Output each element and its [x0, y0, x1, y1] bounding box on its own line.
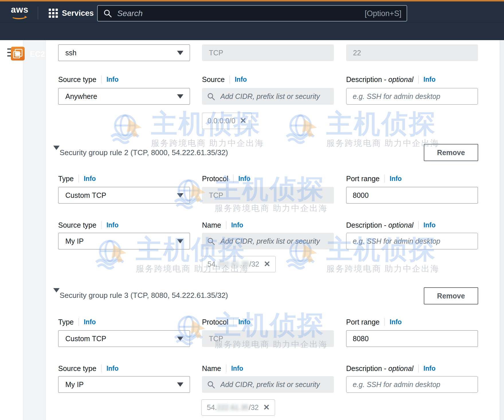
rule3-port-input[interactable] — [346, 330, 478, 347]
info-link[interactable]: Info — [84, 318, 96, 326]
info-link[interactable]: Info — [390, 318, 402, 326]
rule3-title: Security group rule 3 (TCP, 8080, 54.222… — [60, 291, 228, 300]
type-label: Type — [58, 175, 74, 183]
rule2-title: Security group rule 2 (TCP, 8000, 54.222… — [60, 148, 228, 157]
chevron-down-icon — [177, 382, 183, 387]
chevron-down-icon — [177, 239, 183, 243]
rule3-source-cidr-input[interactable] — [202, 376, 334, 393]
chevron-down-icon — [177, 51, 183, 55]
rule3-source-type-select[interactable]: My IP — [58, 376, 190, 393]
info-link[interactable]: Info — [106, 76, 118, 83]
info-link[interactable]: Info — [231, 365, 243, 372]
description-label: Description - optional — [346, 364, 413, 373]
info-link[interactable]: Info — [235, 76, 247, 83]
rule2-port-input[interactable] — [346, 187, 478, 204]
description-label: Description - optional — [346, 221, 413, 229]
info-link[interactable]: Info — [106, 221, 118, 229]
rule1-protocol-field: TCP — [202, 44, 334, 61]
close-icon[interactable]: ✕ — [240, 117, 246, 125]
rule1-type-value: ssh — [65, 49, 77, 57]
rule1-port-field: 22 — [346, 44, 478, 61]
rule2-remove-button[interactable]: Remove — [424, 144, 478, 161]
watermark-tagline: 服务跨境电商 助力中企出海 — [151, 138, 264, 149]
rule1-cidr-chip: 0.0.0.0/0 ✕ — [202, 113, 252, 129]
services-grid-icon[interactable] — [49, 9, 58, 18]
rule3-collapse-caret[interactable] — [53, 288, 60, 292]
info-link[interactable]: Info — [84, 175, 96, 183]
info-link[interactable]: Info — [238, 318, 250, 326]
name-label: Name — [202, 364, 221, 373]
services-menu[interactable]: Services — [62, 9, 94, 18]
chevron-down-icon — [177, 337, 183, 341]
rule3-remove-button[interactable]: Remove — [424, 287, 478, 304]
name-label: Name — [202, 221, 221, 229]
service-breadcrumb-bar: EC2 — [0, 22, 504, 40]
rule2-source-type-select[interactable]: My IP — [58, 233, 190, 249]
search-placeholder: Search — [117, 9, 143, 18]
rule2-source-cidr-input[interactable] — [202, 233, 334, 249]
port-range-label: Port range — [346, 318, 380, 326]
redacted-ip: 222.61.35 — [217, 260, 249, 268]
info-link[interactable]: Info — [231, 221, 243, 229]
info-link[interactable]: Info — [106, 365, 118, 372]
type-label: Type — [58, 318, 74, 326]
rule2-type-select[interactable]: Custom TCP — [58, 187, 190, 204]
redacted-ip: 222.61.35 — [217, 403, 249, 412]
port-range-label: Port range — [346, 175, 380, 183]
rule1-type-select[interactable]: ssh — [58, 44, 190, 61]
close-icon[interactable]: ✕ — [264, 260, 270, 268]
source-type-label: Source type — [58, 221, 96, 229]
rule3-protocol-field: TCP — [202, 330, 334, 347]
info-link[interactable]: Info — [423, 365, 436, 372]
info-link[interactable]: Info — [423, 76, 436, 83]
cidr-chip-value: 0.0.0.0/0 — [207, 117, 235, 125]
rule2-protocol-field: TCP — [202, 187, 334, 204]
rule3-type-select[interactable]: Custom TCP — [58, 330, 190, 347]
rule2-cidr-chip: 54.222.61.35/32 ✕ — [202, 256, 276, 272]
rule1-source-label-row: Source Info — [202, 75, 247, 84]
watermark: 主机侦探 服务跨境电商 助力中企出海 — [285, 111, 440, 149]
chevron-down-icon — [177, 193, 183, 198]
aws-logo-smile — [11, 14, 26, 19]
aws-console-navbar: aws Services Search [Option+S] — [0, 1, 504, 22]
rule1-source-type-select[interactable]: Anywhere — [58, 88, 190, 105]
rule1-source-type-label-row: Source type Info — [58, 75, 119, 84]
source-type-label: Source type — [58, 75, 96, 84]
vertical-scrollbar[interactable] — [500, 40, 504, 420]
aws-logo-text: aws — [11, 5, 29, 14]
protocol-label: Protocol — [202, 318, 228, 326]
description-label: Description - optional — [346, 75, 413, 84]
watermark-globe-icon — [110, 111, 147, 145]
rule2-collapse-caret[interactable] — [53, 146, 60, 150]
close-icon[interactable]: ✕ — [263, 404, 270, 411]
source-label: Source — [202, 75, 225, 84]
search-icon — [103, 9, 112, 18]
rule1-description-label-row: Description - optional Info — [346, 75, 436, 84]
page-background-gutter — [23, 40, 46, 420]
source-type-label: Source type — [58, 364, 96, 373]
navbar-divider — [38, 7, 38, 19]
rule3-cidr-chip: 54.222.61.35/32 ✕ — [201, 399, 275, 416]
info-link[interactable]: Info — [390, 175, 402, 183]
info-link[interactable]: Info — [238, 175, 250, 183]
rule1-description-input[interactable] — [346, 88, 478, 105]
ec2-service-icon[interactable] — [11, 47, 25, 60]
info-link[interactable]: Info — [423, 221, 436, 229]
search-shortcut-hint: [Option+S] — [365, 9, 401, 18]
ec2-breadcrumb-label[interactable]: EC2 — [30, 50, 45, 59]
rule2-description-input[interactable] — [346, 233, 478, 249]
rule3-description-input[interactable] — [346, 376, 478, 393]
console-search-input[interactable]: Search [Option+S] — [97, 5, 407, 22]
aws-logo[interactable]: aws — [11, 5, 29, 19]
chevron-down-icon — [177, 94, 183, 99]
ec2-security-group-rules-page: aws Services Search [Option+S] — [0, 0, 504, 420]
rule1-source-cidr-input[interactable] — [202, 88, 334, 105]
protocol-label: Protocol — [202, 175, 228, 183]
